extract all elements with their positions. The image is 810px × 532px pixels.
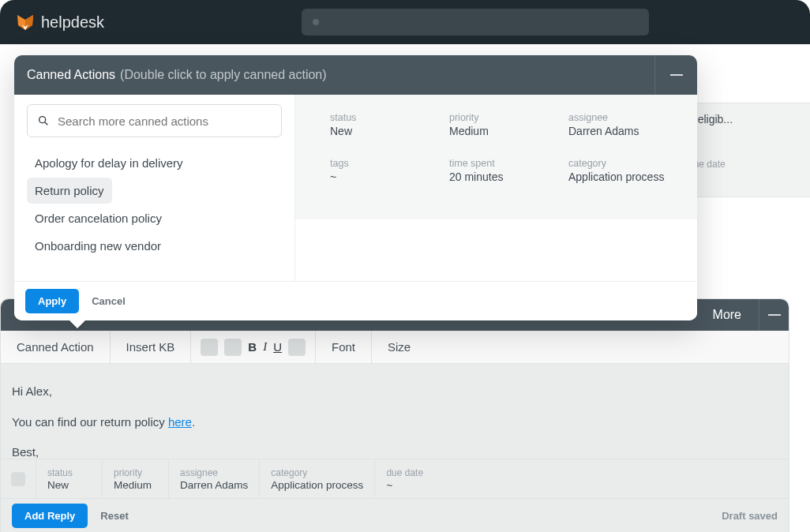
add-reply-button[interactable]: Add Reply — [12, 504, 88, 528]
cancel-button[interactable]: Cancel — [92, 295, 126, 307]
value: ~ — [330, 170, 441, 183]
editor-line-2: You can find our return policy here. — [12, 414, 776, 432]
popover-header: Canned Actions (Double click to apply ca… — [14, 55, 697, 95]
label: assignee — [568, 112, 680, 123]
size-tool[interactable]: Size — [372, 331, 426, 363]
preview-status: status New — [330, 112, 441, 137]
label: priority — [114, 467, 157, 478]
app-header: helpdesk — [0, 0, 810, 44]
preview-tags: tags ~ — [330, 158, 441, 183]
preview-priority: priority Medium — [449, 112, 561, 137]
draft-saved-status: Draft saved — [722, 510, 778, 522]
app-name: helpdesk — [41, 13, 104, 32]
ticket-due-date-label: due date — [688, 159, 810, 170]
canned-action-search-input[interactable] — [58, 114, 272, 128]
search-icon — [37, 114, 50, 127]
ticket-due-date-value: ~ — [688, 171, 810, 184]
label: assignee — [180, 467, 248, 478]
canned-action-search[interactable] — [27, 104, 282, 137]
label: time spent — [449, 158, 561, 169]
popover-left-pane: Apology for delay in delivery Return pol… — [14, 95, 294, 281]
search-placeholder-icon — [313, 19, 319, 25]
reset-button[interactable]: Reset — [100, 510, 128, 522]
insert-kb-tool[interactable]: Insert KB — [111, 331, 192, 363]
popover-right-pane: status New priority Medium assignee Darr… — [294, 95, 697, 281]
meta-category[interactable]: category Application process — [259, 459, 374, 498]
editor-footer: Add Reply Reset Draft saved — [1, 498, 789, 532]
popover-footer: Apply Cancel — [14, 281, 697, 320]
apply-button[interactable]: Apply — [25, 289, 79, 313]
editor-body[interactable]: Hi Alex, You can find our return policy … — [1, 364, 789, 459]
preview-assignee: assignee Darren Adams — [568, 112, 680, 137]
popover-preview-grid: status New priority Medium assignee Darr… — [294, 95, 697, 219]
value: Darren Adams — [568, 125, 680, 137]
label: category — [568, 158, 680, 169]
italic-button[interactable]: I — [263, 340, 267, 354]
label: category — [271, 467, 363, 478]
format-placeholder-icon[interactable] — [224, 339, 242, 356]
editor-meta-strip: status New priority Medium assignee Darr… — [1, 459, 789, 498]
value: 20 minutes — [449, 170, 561, 183]
popover-caret — [69, 320, 85, 328]
canned-action-item[interactable]: Onboarding new vendor — [27, 233, 169, 259]
editor-text: . — [192, 415, 195, 429]
preview-category: category Application process — [568, 158, 680, 183]
canned-action-list: Apology for delay in delivery Return pol… — [27, 150, 282, 259]
value: Application process — [271, 479, 363, 491]
popover-subtitle: (Double click to apply canned action) — [120, 68, 326, 82]
meta-assignee[interactable]: assignee Darren Adams — [168, 459, 259, 498]
ticket-subject: n eligib... — [688, 113, 807, 126]
canned-action-item[interactable]: Order cancelation policy — [27, 205, 170, 231]
minus-icon — [670, 74, 683, 76]
editor-text: You can find our return policy — [12, 415, 168, 429]
label: priority — [449, 112, 561, 123]
editor-collapse-button[interactable] — [759, 299, 789, 331]
popover-collapse-button[interactable] — [654, 55, 697, 95]
format-placeholder-icon[interactable] — [288, 339, 306, 356]
canned-action-item[interactable]: Apology for delay in delivery — [27, 150, 191, 176]
meta-status[interactable]: status New — [36, 459, 102, 498]
minus-icon — [768, 314, 781, 316]
logo-wrap: helpdesk — [16, 13, 104, 32]
canned-actions-popover: Canned Actions (Double click to apply ca… — [14, 55, 697, 320]
value: New — [330, 125, 441, 137]
value: Darren Adams — [180, 479, 248, 491]
editor-toolbar: Canned Action Insert KB B I U Font Size — [1, 331, 789, 364]
global-search-input[interactable] — [302, 9, 649, 36]
label: status — [47, 467, 91, 478]
bold-button[interactable]: B — [248, 340, 257, 354]
format-group: B I U — [191, 331, 316, 363]
label: due date — [386, 467, 778, 478]
ticket-row-partial[interactable]: n eligib... due date ~ — [684, 103, 810, 197]
label: tags — [330, 158, 441, 169]
format-placeholder-icon[interactable] — [201, 339, 218, 356]
value: Medium — [114, 479, 157, 491]
svg-point-0 — [39, 117, 46, 123]
preview-time-spent: time spent 20 minutes — [449, 158, 561, 183]
font-tool[interactable]: Font — [316, 331, 372, 363]
label: status — [330, 112, 441, 123]
value: Application process — [568, 170, 680, 183]
value: Medium — [449, 125, 561, 137]
popover-preview-body — [294, 219, 697, 281]
popover-title: Canned Actions — [14, 68, 115, 82]
meta-checkbox[interactable] — [1, 459, 36, 498]
underline-button[interactable]: U — [273, 340, 282, 354]
value: New — [47, 479, 91, 491]
canned-action-item[interactable]: Return policy — [27, 178, 112, 204]
helpdesk-logo-icon — [16, 13, 35, 32]
editor-line-greeting: Hi Alex, — [12, 383, 776, 401]
return-policy-link[interactable]: here — [168, 415, 192, 429]
meta-priority[interactable]: priority Medium — [102, 459, 168, 498]
value: ~ — [386, 479, 778, 491]
editor-more-button[interactable]: More — [713, 308, 741, 322]
meta-due-date[interactable]: due date ~ — [374, 459, 789, 498]
svg-line-1 — [45, 122, 47, 125]
canned-action-tool[interactable]: Canned Action — [1, 331, 111, 363]
popover-body: Apology for delay in delivery Return pol… — [14, 95, 697, 281]
checkbox-icon — [11, 472, 25, 486]
reply-editor-panel: More Canned Action Insert KB B I U Font … — [0, 298, 789, 532]
